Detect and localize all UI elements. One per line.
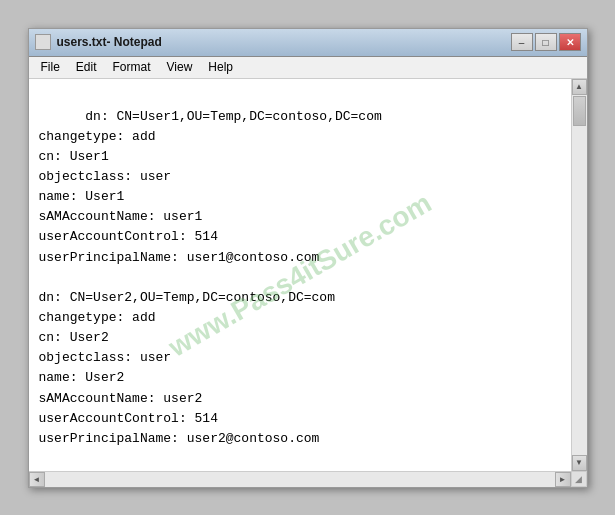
menu-file[interactable]: File [33, 58, 68, 76]
content-area: dn: CN=User1,OU=Temp,DC=contoso,DC=com c… [29, 79, 587, 471]
menu-format[interactable]: Format [105, 58, 159, 76]
text-editor[interactable]: dn: CN=User1,OU=Temp,DC=contoso,DC=com c… [29, 79, 571, 471]
menu-view[interactable]: View [159, 58, 201, 76]
scroll-up-button[interactable]: ▲ [572, 79, 587, 95]
scroll-right-button[interactable]: ► [555, 472, 571, 487]
title-bar: users.txt- Notepad – □ ✕ [29, 29, 587, 57]
resize-grip: ◢ [571, 471, 587, 487]
window-title: users.txt- Notepad [57, 35, 511, 49]
menu-edit[interactable]: Edit [68, 58, 105, 76]
menu-help[interactable]: Help [200, 58, 241, 76]
maximize-button[interactable]: □ [535, 33, 557, 51]
minimize-button[interactable]: – [511, 33, 533, 51]
scroll-thumb-vertical[interactable] [573, 96, 586, 126]
notepad-window: users.txt- Notepad – □ ✕ File Edit Forma… [28, 28, 588, 488]
document-text: dn: CN=User1,OU=Temp,DC=contoso,DC=com c… [39, 109, 382, 446]
scroll-down-button[interactable]: ▼ [572, 455, 587, 471]
close-button[interactable]: ✕ [559, 33, 581, 51]
menu-bar: File Edit Format View Help [29, 57, 587, 79]
window-controls: – □ ✕ [511, 33, 581, 51]
scroll-left-button[interactable]: ◄ [29, 472, 45, 487]
bottom-bar: ◄ ► ◢ [29, 471, 587, 487]
scroll-track-vertical[interactable] [572, 95, 587, 455]
scroll-track-horizontal[interactable] [45, 472, 555, 487]
window-icon [35, 34, 51, 50]
vertical-scrollbar[interactable]: ▲ ▼ [571, 79, 587, 471]
